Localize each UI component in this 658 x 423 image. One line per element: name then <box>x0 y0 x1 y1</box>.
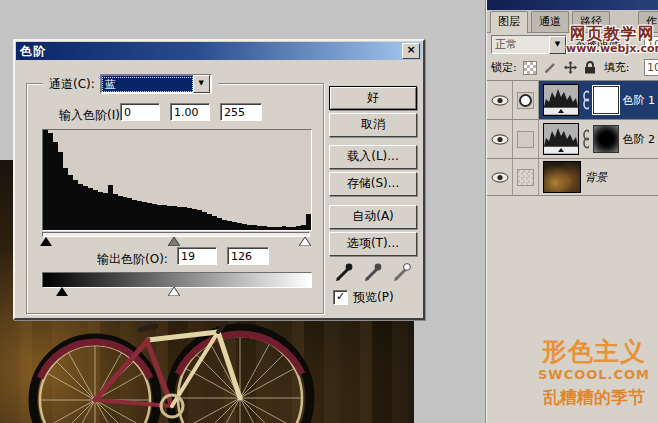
mini-slider-icon <box>558 109 564 113</box>
output-white-slider[interactable] <box>168 287 180 296</box>
chevron-down-icon[interactable]: ▼ <box>193 75 210 93</box>
channel-label: 通道(C): <box>49 76 95 93</box>
preview-row: ✓ 预览(P) <box>333 289 394 306</box>
levels-dialog: 色阶 × 通道(C): 蓝 ▼ 输入色阶(I): 输出色阶(O): 好 取消 载… <box>13 39 425 320</box>
layer-row-levels-1[interactable]: 色阶 1 <box>487 81 658 120</box>
eye-icon <box>491 95 509 106</box>
eye-icon <box>491 134 509 145</box>
tab-channels[interactable]: 通道 <box>531 11 569 32</box>
load-button[interactable]: 载入(L)... <box>329 145 417 169</box>
channel-row: 通道(C): 蓝 ▼ <box>43 73 218 95</box>
eye-icon <box>491 172 509 183</box>
panel-titlebar[interactable] <box>487 0 658 10</box>
webjx-watermark-url: www.webjx.com <box>566 43 658 55</box>
ok-button[interactable]: 好 <box>329 86 417 110</box>
blend-mode-value: 正常 <box>492 37 549 52</box>
preview-label: 预览(P) <box>353 289 394 306</box>
save-button[interactable]: 存储(S)... <box>329 172 417 196</box>
layer-content[interactable]: 背景 <box>539 159 658 195</box>
visibility-cell[interactable] <box>487 159 513 195</box>
input-levels-label: 输入色阶(I): <box>59 107 124 124</box>
background-thumbnail[interactable] <box>543 161 581 193</box>
webjx-watermark: 网页教学网 www.webjx.com <box>566 26 658 54</box>
options-button[interactable]: 选项(T)... <box>329 232 417 256</box>
gray-eyedropper-icon[interactable] <box>362 261 384 283</box>
output-levels-label: 输出色阶(O): <box>97 251 168 268</box>
visibility-cell[interactable] <box>487 120 513 158</box>
mini-slider-icon <box>558 148 564 152</box>
cancel-button[interactable]: 取消 <box>329 113 417 137</box>
blend-mode-select[interactable]: 正常 ▼ <box>491 35 567 54</box>
levels-adjustment-thumbnail[interactable] <box>543 123 579 155</box>
link-chain-icon <box>583 129 589 149</box>
lock-row: 锁定: 填充: 100 <box>487 56 658 79</box>
levels-histogram <box>42 129 312 231</box>
tab-layers[interactable]: 图层 <box>490 11 528 33</box>
input-gamma-field[interactable] <box>170 103 210 121</box>
layer-content[interactable]: 色阶 1 <box>539 81 658 119</box>
swcool-watermark: 形色主义 SWCOOL.COM 乱糟糟的季节 <box>536 336 652 408</box>
lock-all-padlock-icon[interactable] <box>584 61 596 74</box>
lock-position-move-icon[interactable] <box>564 61 577 74</box>
layer-name[interactable]: 色阶 1 <box>623 93 656 108</box>
layer-name[interactable]: 背景 <box>585 170 607 185</box>
visibility-cell[interactable] <box>487 81 513 119</box>
layer-row-levels-2[interactable]: 色阶 2 <box>487 120 658 159</box>
black-eyedropper-icon[interactable] <box>333 261 355 283</box>
auto-button[interactable]: 自动(A) <box>329 205 417 229</box>
lock-paint-brush-icon[interactable] <box>544 61 557 74</box>
channel-select[interactable]: 蓝 ▼ <box>100 74 212 94</box>
white-eyedropper-icon[interactable] <box>391 261 413 283</box>
layer-name[interactable]: 色阶 2 <box>623 132 656 147</box>
layer-content[interactable]: 色阶 2 <box>539 120 658 158</box>
lock-label: 锁定: <box>491 60 517 75</box>
webjx-watermark-title: 网页教学网 <box>566 26 658 43</box>
input-black-slider[interactable] <box>40 237 52 246</box>
chevron-down-icon[interactable]: ▼ <box>549 36 566 54</box>
output-gradient-bar <box>42 272 312 288</box>
layer-row-background[interactable]: 背景 <box>487 159 658 196</box>
preview-checkbox[interactable]: ✓ <box>333 290 348 305</box>
photoshop-workspace: 色阶 × 通道(C): 蓝 ▼ 输入色阶(I): 输出色阶(O): 好 取消 载… <box>0 0 658 423</box>
input-black-field[interactable] <box>120 103 160 121</box>
link-indicator-cell[interactable] <box>513 120 539 158</box>
output-black-field[interactable] <box>177 247 217 265</box>
layer-mask-thumbnail[interactable] <box>593 86 618 114</box>
dialog-title: 色阶 <box>16 43 46 60</box>
swcool-caption-text: 乱糟糟的季节 <box>536 387 652 408</box>
fill-field[interactable]: 100 <box>644 59 658 76</box>
link-chain-icon <box>583 90 589 110</box>
layer-list: 色阶 1 色阶 2 <box>487 80 658 196</box>
close-icon[interactable]: × <box>402 43 420 59</box>
lock-transparency-icon[interactable] <box>523 61 537 75</box>
swcool-site-text: SWCOOL.COM <box>536 367 652 383</box>
levels-adjustment-thumbnail[interactable] <box>543 84 579 116</box>
output-white-field[interactable] <box>227 247 269 265</box>
fill-label: 填充: <box>604 60 630 75</box>
link-indicator-cell[interactable] <box>513 159 539 195</box>
dialog-titlebar[interactable]: 色阶 <box>16 42 422 60</box>
input-white-slider[interactable] <box>299 237 311 246</box>
channel-value: 蓝 <box>102 77 193 92</box>
mask-selected-icon <box>519 94 532 107</box>
link-indicator-cell[interactable] <box>513 81 539 119</box>
input-gray-slider[interactable] <box>168 237 180 246</box>
swcool-logo-text: 形色主义 <box>536 336 652 367</box>
layer-mask-thumbnail[interactable] <box>593 125 618 153</box>
output-black-slider[interactable] <box>56 287 68 296</box>
input-white-field[interactable] <box>220 103 262 121</box>
